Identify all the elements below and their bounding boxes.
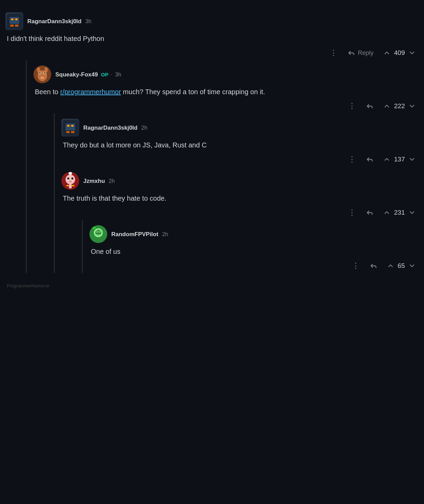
timestamp-3: 2h: [141, 125, 147, 131]
upvote-icon-4[interactable]: [383, 209, 391, 216]
vote-count-1: 409: [394, 49, 405, 57]
comment-header-1: RagnarDann3skj0ld 3h: [5, 12, 419, 30]
svg-rect-5: [15, 25, 18, 27]
reply-button-1[interactable]: Reply: [348, 49, 373, 57]
avatar-3: [61, 119, 79, 136]
upvote-icon-3[interactable]: [383, 156, 391, 163]
avatar-2: [33, 66, 51, 83]
comment-header-4: Jzmxhu 2h: [61, 172, 419, 190]
reply-icon-3: [366, 156, 373, 163]
reply-button-4[interactable]: [366, 209, 373, 216]
svg-rect-18: [66, 124, 75, 130]
comment-4: Jzmxhu 2h The truth is that they hate to…: [61, 167, 419, 220]
vote-group-1: 409: [383, 49, 416, 57]
svg-point-39: [97, 231, 98, 232]
comment-body-1: I didn't think reddit hated Python: [7, 33, 419, 44]
svg-point-12: [40, 76, 44, 79]
comment-5: RandomFPVPilot 2h One of us ⋮: [89, 220, 419, 273]
more-options-button-3[interactable]: ⋮: [348, 155, 356, 164]
timestamp-1: 3h: [85, 18, 91, 24]
indent-wrapper-5: RandomFPVPilot 2h One of us ⋮: [82, 220, 419, 273]
comment-actions-1: ⋮ Reply 409: [5, 48, 419, 57]
timestamp-5: 2h: [162, 231, 168, 237]
vote-group-3: 137: [383, 156, 416, 163]
reply-icon-1: [348, 49, 355, 57]
reply-icon-4: [366, 209, 373, 216]
comment-actions-2: ⋮ 222: [33, 102, 419, 111]
username-4[interactable]: Jzmxhu: [83, 178, 105, 184]
svg-point-27: [67, 177, 69, 179]
downvote-icon-4[interactable]: [408, 209, 416, 216]
svg-point-40: [99, 231, 100, 232]
svg-rect-21: [66, 131, 70, 133]
comment-1: RagnarDann3skj0ld 3h I didn't think redd…: [5, 7, 419, 60]
comment-body-4: The truth is that they hate to code.: [63, 193, 419, 203]
avatar: [5, 12, 23, 30]
reply-label-1: Reply: [358, 49, 373, 57]
svg-rect-33: [72, 185, 74, 186]
user-info-3: RagnarDann3skj0ld 2h: [83, 124, 147, 131]
comment-body-3: They do but a lot more on JS, Java, Rust…: [63, 140, 419, 150]
vote-group-4: 231: [383, 209, 416, 216]
svg-point-28: [71, 177, 73, 179]
svg-point-14: [44, 72, 45, 74]
user-info-5: RandomFPVPilot 2h: [111, 231, 168, 238]
avatar-5: [89, 225, 107, 243]
op-badge: OP: [101, 72, 109, 77]
indent-wrapper-3: RagnarDann3skj0ld 2h They do but a lot m…: [54, 113, 419, 273]
user-info-2: Squeaky-Fox49 OP · 3h: [55, 71, 121, 78]
vote-count-4: 231: [394, 209, 405, 216]
upvote-icon-1[interactable]: [383, 49, 391, 57]
svg-point-6: [12, 19, 13, 20]
reply-button-2[interactable]: [366, 102, 373, 110]
downvote-icon-3[interactable]: [408, 156, 416, 163]
svg-rect-22: [71, 131, 74, 133]
downvote-icon-5[interactable]: [408, 262, 416, 270]
comment-body-5: One of us: [91, 246, 419, 257]
more-options-button-5[interactable]: ⋮: [352, 261, 360, 270]
vote-group-5: 65: [387, 262, 416, 270]
comment-body-2: Been to r/programmerhumor much? They spe…: [35, 87, 419, 97]
reply-button-5[interactable]: [370, 262, 377, 270]
comment-thread: RagnarDann3skj0ld 3h I didn't think redd…: [5, 7, 419, 273]
vote-count-3: 137: [394, 156, 405, 163]
reply-button-3[interactable]: [366, 156, 373, 163]
more-options-button-1[interactable]: ⋮: [330, 48, 338, 57]
more-options-button-2[interactable]: ⋮: [348, 102, 356, 111]
upvote-icon-2[interactable]: [383, 102, 391, 110]
timestamp-2: 3h: [115, 72, 121, 77]
comment-header-5: RandomFPVPilot 2h: [89, 225, 419, 243]
svg-point-23: [68, 125, 69, 127]
timestamp-4: 2h: [109, 178, 115, 184]
svg-point-13: [39, 72, 41, 74]
vote-group-2: 222: [383, 102, 416, 110]
more-options-button-4[interactable]: ⋮: [348, 208, 356, 217]
body-before-link: Been to: [35, 88, 60, 96]
vote-count-2: 222: [394, 102, 405, 110]
comment-header-3: RagnarDann3skj0ld 2h: [61, 119, 419, 136]
svg-rect-31: [69, 184, 72, 188]
svg-point-15: [37, 67, 40, 73]
comment-actions-4: ⋮ 231: [61, 208, 419, 217]
indent-wrapper-2: Squeaky-Fox49 OP · 3h Been to r/programm…: [26, 60, 419, 273]
svg-point-24: [72, 125, 73, 127]
vote-count-5: 65: [398, 262, 405, 270]
reply-icon-5: [370, 262, 377, 270]
svg-point-29: [69, 181, 72, 183]
svg-point-16: [44, 67, 48, 73]
subreddit-link[interactable]: r/programmerhumor: [60, 88, 121, 96]
svg-point-7: [16, 19, 17, 20]
svg-point-26: [66, 175, 75, 184]
username-3[interactable]: RagnarDann3skj0ld: [83, 125, 138, 131]
svg-rect-32: [66, 185, 69, 186]
downvote-icon-1[interactable]: [408, 49, 416, 57]
username-1[interactable]: RagnarDann3skj0ld: [27, 18, 82, 25]
upvote-icon-5[interactable]: [387, 262, 394, 270]
avatar-4: [61, 172, 79, 190]
comment-actions-3: ⋮ 137: [61, 155, 419, 164]
username-2[interactable]: Squeaky-Fox49: [55, 71, 98, 78]
comment-header-2: Squeaky-Fox49 OP · 3h: [33, 66, 419, 83]
username-5[interactable]: RandomFPVPilot: [111, 231, 158, 237]
comment-actions-5: ⋮ 65: [89, 261, 419, 270]
downvote-icon-2[interactable]: [408, 102, 416, 110]
